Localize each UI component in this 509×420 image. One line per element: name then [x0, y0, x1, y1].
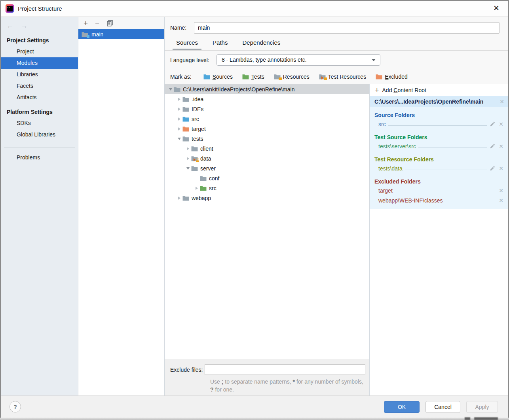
sources-folder-icon: [203, 74, 211, 79]
tree-row-data[interactable]: data: [165, 153, 369, 163]
sidebar-item-global-libraries[interactable]: Global Libraries: [1, 129, 78, 140]
sources-content: C:\Users\ankit\IdeaProjects\OpenRefine\m…: [165, 84, 508, 395]
exclude-files-input[interactable]: [205, 364, 365, 375]
resources-folder-icon: [274, 74, 281, 79]
plus-icon: +: [375, 87, 379, 94]
remove-folder-icon[interactable]: ✕: [499, 197, 503, 204]
modules-toolbar: + −: [78, 17, 164, 29]
sidebar-item-sdks[interactable]: SDKs: [1, 117, 78, 129]
content-root-path: C:\Users\...IdeaProjects\OpenRefine\main: [374, 98, 496, 105]
back-icon[interactable]: ←: [6, 22, 13, 30]
test-resource-folders-title: Test Resource Folders: [374, 156, 503, 163]
mark-excluded-button[interactable]: Excluded: [376, 74, 408, 80]
chevron-collapsed-icon[interactable]: [184, 157, 191, 160]
tab-dependencies[interactable]: Dependencies: [242, 39, 280, 50]
source-folder-item: src ✕: [374, 119, 503, 129]
mark-tests-button[interactable]: Tests: [242, 74, 264, 80]
remove-content-root-icon[interactable]: ✕: [500, 98, 504, 105]
cancel-button[interactable]: Cancel: [425, 401, 460, 413]
test-source-folders-section: Test Source Folders tests\server\src ✕: [370, 129, 508, 151]
name-row: Name:: [165, 17, 508, 35]
remove-folder-icon[interactable]: ✕: [499, 121, 503, 127]
remove-folder-icon[interactable]: ✕: [499, 187, 503, 194]
tab-paths[interactable]: Paths: [213, 39, 228, 50]
title-bar: Project Structure ✕: [1, 1, 508, 17]
test-source-folder-item: tests\server\src ✕: [374, 141, 503, 151]
exclude-files-label: Exclude files:: [170, 367, 205, 373]
folder-icon: [191, 146, 198, 151]
chevron-collapsed-icon[interactable]: [184, 147, 191, 150]
group-project-settings: Project Settings: [1, 32, 78, 46]
mark-sources-button[interactable]: Sources: [203, 74, 233, 80]
sidebar-item-libraries[interactable]: Libraries: [1, 69, 78, 80]
chevron-expanded-icon[interactable]: [176, 138, 182, 140]
modules-list-panel: + − main: [78, 17, 165, 395]
tree-row-root[interactable]: C:\Users\ankit\IdeaProjects\OpenRefine\m…: [165, 84, 369, 94]
tree-row-webapp[interactable]: webapp: [165, 193, 369, 203]
source-folder-icon: [182, 116, 190, 122]
settings-sidebar: ←→ Project Settings Project Modules Libr…: [1, 17, 78, 395]
add-content-root-button[interactable]: + Add Content Root: [370, 84, 508, 96]
folder-icon: [182, 96, 190, 102]
edit-icon[interactable]: [490, 121, 496, 127]
mark-test-resources-button[interactable]: Test Resources: [319, 74, 366, 80]
tree-row-tests[interactable]: tests: [165, 134, 369, 144]
chevron-collapsed-icon[interactable]: [176, 197, 182, 200]
tree-row-server[interactable]: server: [165, 163, 369, 173]
tree-row-ides[interactable]: IDEs: [165, 104, 369, 114]
excluded-folder-item: target ✕: [374, 185, 503, 195]
sidebar-item-facets[interactable]: Facets: [1, 80, 78, 92]
file-tree: C:\Users\ankit\IdeaProjects\OpenRefine\m…: [165, 84, 369, 359]
background-artifact: [474, 417, 498, 420]
chevron-expanded-icon[interactable]: [167, 88, 174, 91]
remove-module-icon[interactable]: −: [95, 19, 99, 27]
tab-sources[interactable]: Sources: [176, 39, 198, 50]
edit-icon[interactable]: [490, 165, 496, 171]
sidebar-item-problems[interactable]: Problems: [1, 152, 78, 163]
language-level-select[interactable]: 8 - Lambdas, type annotations etc.: [217, 54, 380, 66]
ok-button[interactable]: OK: [384, 401, 420, 413]
chevron-collapsed-icon[interactable]: [193, 187, 200, 190]
test-source-folders-title: Test Source Folders: [374, 134, 503, 140]
remove-folder-icon[interactable]: ✕: [499, 165, 503, 172]
folder-icon: [191, 166, 198, 171]
tree-row-conf[interactable]: conf: [165, 173, 369, 183]
editor-tabs: Sources Paths Dependencies: [165, 35, 508, 51]
chevron-collapsed-icon[interactable]: [176, 117, 182, 121]
chevron-collapsed-icon[interactable]: [176, 98, 182, 101]
excluded-folder-icon: [182, 126, 190, 132]
tree-row-idea[interactable]: .idea: [165, 94, 369, 104]
chevron-expanded-icon[interactable]: [184, 167, 191, 170]
tree-row-client[interactable]: client: [165, 144, 369, 153]
copy-module-icon[interactable]: [106, 20, 113, 26]
test-resource-folders-section: Test Resource Folders tests\data ✕: [370, 151, 508, 173]
mark-as-label: Mark as:: [170, 74, 192, 80]
mark-resources-button[interactable]: Resources: [274, 74, 310, 80]
window-title: Project Structure: [18, 5, 62, 12]
add-module-icon[interactable]: +: [84, 19, 88, 27]
sidebar-divider: [4, 148, 75, 148]
folder-icon: [200, 176, 207, 181]
module-name-input[interactable]: [194, 22, 500, 34]
apply-button[interactable]: Apply: [466, 401, 498, 413]
folders-panel: + Add Content Root C:\Users\...IdeaProje…: [370, 84, 508, 395]
sidebar-item-project[interactable]: Project: [1, 46, 78, 57]
test-resource-folder-item: tests\data ✕: [374, 163, 503, 173]
tree-row-target[interactable]: target: [165, 124, 369, 134]
help-button[interactable]: ?: [9, 401, 21, 412]
remove-folder-icon[interactable]: ✕: [499, 143, 503, 149]
close-icon[interactable]: ✕: [493, 4, 500, 13]
tree-row-src[interactable]: src: [165, 114, 369, 124]
sidebar-item-modules[interactable]: Modules: [1, 57, 78, 69]
forward-icon[interactable]: →: [21, 22, 28, 30]
content-root-header: C:\Users\...IdeaProjects\OpenRefine\main…: [370, 96, 508, 107]
chevron-collapsed-icon[interactable]: [176, 108, 182, 111]
sidebar-item-artifacts[interactable]: Artifacts: [1, 92, 78, 103]
item-underline: [388, 125, 488, 126]
screen: Project Structure ✕ ←→ Project Settings …: [0, 0, 509, 420]
edit-icon[interactable]: [490, 143, 496, 149]
exclude-files-hint: Use ; to separate name patterns, * for a…: [210, 378, 376, 394]
chevron-collapsed-icon[interactable]: [176, 127, 182, 131]
tree-row-server-src[interactable]: src: [165, 183, 369, 193]
module-row-main[interactable]: main: [78, 29, 164, 39]
